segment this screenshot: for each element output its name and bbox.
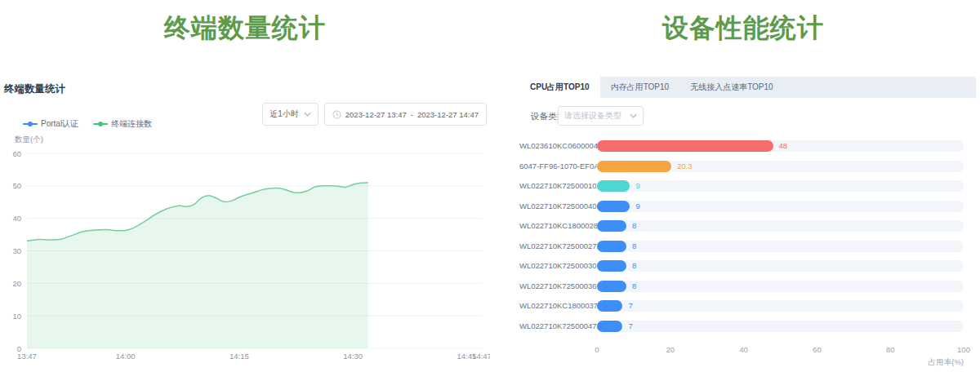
bar-category-label: WL022710K725000307 [519,260,581,272]
x-axis-title: 占用率(%) [597,357,964,368]
bar-value-label: 8 [632,260,636,272]
bar-track [597,201,964,212]
dashboard: 终端数量统计 设备性能统计 终端数量统计 近1小时 2023-12-27 13:… [0,0,980,372]
bar-value-label: 7 [628,321,632,332]
bar-track [597,220,964,232]
bar-track [597,300,964,312]
bar [597,140,773,152]
bar-category-label: WL022710K725000470 [519,321,581,332]
bar-track [597,321,964,332]
y-tick-label: 30 [12,246,21,255]
y-tick-label: 60 [12,149,21,158]
chevron-down-icon [630,113,637,118]
bar-value-label: 48 [779,140,788,152]
bar-category-label: 6047-FF96-1070-EF0A [519,161,581,172]
x-tick-label: 60 [800,345,833,354]
bar [597,161,671,172]
performance-tabbar: CPU占用TOP10 内存占用TOP10 无线接入点速率TOP10 [519,77,976,98]
bar-category-label: WL022710K725000272 [519,241,581,252]
tab-cpu-top10[interactable]: CPU占用TOP10 [519,77,600,98]
date-range-start: 2023-12-27 13:47 [345,110,407,119]
date-range-separator: - [411,110,413,119]
x-tick-label: 14:00 [116,352,136,361]
bar [597,281,626,292]
legend-item-portal[interactable]: Portal认证 [23,118,78,130]
bar-value-label: 9 [635,201,639,212]
left-panel-title: 终端数量统计 [4,82,65,96]
bar-value-label: 8 [632,241,636,252]
bar-value-label: 7 [628,300,632,312]
x-tick-label: 13:47 [17,352,37,361]
x-tick-label: 20 [654,345,687,354]
time-range-value: 近1小时 [270,108,299,120]
bar-category-label: WL022710KC18000280 [519,220,581,232]
bar [597,201,630,212]
bar-category-label: WL022710K725000102 [519,180,581,192]
x-tick-label: 14:30 [343,352,363,361]
x-tick-label: 0 [581,345,613,354]
bar-value-label: 8 [632,220,636,232]
bar-value-label: 9 [635,180,639,192]
x-tick-label: 14:47 [472,352,490,361]
bar-category-label: WL022710K725000409 [519,201,581,212]
x-tick-label: 80 [874,345,906,354]
right-section-title: 设备性能统计 [506,10,980,46]
bar [597,321,622,332]
bar [597,241,626,252]
y-tick-label: 10 [12,312,21,321]
legend-marker-icon [93,121,108,127]
y-tick-label: 50 [12,181,21,190]
bar [597,300,622,312]
legend-item-label: Portal认证 [41,118,78,130]
bar [597,260,626,272]
legend-item-terminal-connections[interactable]: 终端连接数 [93,118,152,130]
bar-track [597,241,964,252]
bar [597,180,630,192]
bar-value-label: 20.3 [677,161,693,172]
terminal-count-area-chart: 010203040506013:4714:0014:1514:3014:4514… [0,145,490,367]
cpu-top10-bar-chart: WL023610KC06000043486047-FF96-1070-EF0A2… [519,139,976,372]
bar-track [597,260,964,272]
chart-controls: 近1小时 2023-12-27 13:47 - 2023-12-27 14:47 [262,103,487,126]
device-type-placeholder: 请选择设备类型 [564,110,621,122]
clock-icon [332,110,341,119]
legend-item-label: 终端连接数 [111,118,152,130]
date-range-end: 2023-12-27 14:47 [417,110,479,119]
chart-legend: Portal认证 终端连接数 [23,118,152,130]
chevron-down-icon [304,112,311,117]
tab-memory-top10[interactable]: 内存占用TOP10 [600,77,680,98]
date-range-picker[interactable]: 2023-12-27 13:47 - 2023-12-27 14:47 [324,103,487,126]
y-tick-label: 20 [12,279,21,288]
bar-track [597,281,964,292]
y-tick-label: 40 [12,214,21,223]
time-range-select[interactable]: 近1小时 [262,103,318,126]
x-tick-label: 100 [947,345,980,354]
bar-category-label: WL023610KC06000043 [519,140,581,152]
x-tick-label: 40 [728,345,760,354]
series-area [27,183,368,348]
x-tick-label: 14:15 [229,352,249,361]
bar [597,220,626,232]
bar-value-label: 8 [632,281,636,292]
device-type-select[interactable]: 请选择设备类型 [558,106,644,126]
y-axis-title: 数量(个) [15,135,43,145]
bar-category-label: WL022710K725000369 [519,281,581,292]
bar-category-label: WL022710KC18000372 [519,300,581,312]
legend-marker-icon [23,121,38,127]
tab-wireless-ap-rate-top10[interactable]: 无线接入点速率TOP10 [679,77,784,98]
bar-track [597,180,964,192]
left-section-title: 终端数量统计 [0,10,490,46]
